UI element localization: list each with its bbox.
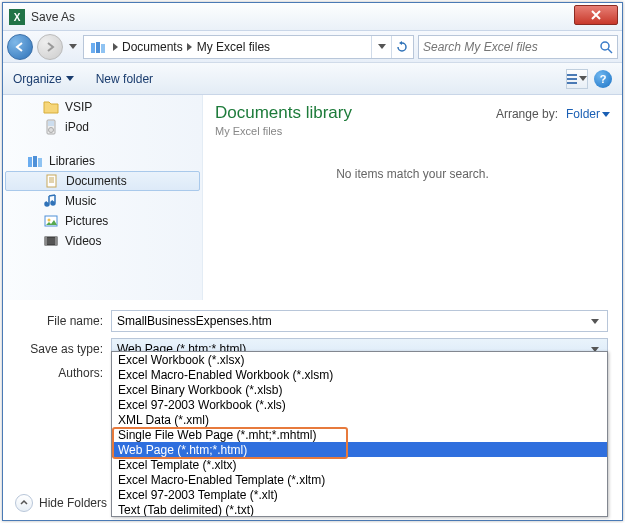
svg-rect-2 <box>91 43 95 53</box>
folder-icon <box>43 99 59 115</box>
filename-value[interactable]: SmallBusinessExpenses.htm <box>117 314 588 328</box>
content-subheading: My Excel files <box>215 125 352 137</box>
dropdown-item[interactable]: Excel 97-2003 Template (*.xlt) <box>112 487 607 502</box>
close-icon <box>591 10 601 20</box>
arrange-button[interactable]: Folder <box>566 107 610 121</box>
dropdown-item[interactable]: Excel Macro-Enabled Template (*.xltm) <box>112 472 607 487</box>
svg-rect-15 <box>47 175 56 187</box>
svg-text:X: X <box>14 12 21 23</box>
tree-item-documents[interactable]: Documents <box>5 171 200 191</box>
svg-rect-22 <box>55 237 57 245</box>
authors-label: Authors: <box>17 366 111 380</box>
address-bar[interactable]: Documents My Excel files <box>83 35 414 59</box>
dropdown-item[interactable]: Web Page (*.htm;*.html) <box>112 442 607 457</box>
libraries-icon <box>27 153 43 169</box>
dropdown-item[interactable]: Single File Web Page (*.mht;*.mhtml) <box>112 427 607 442</box>
forward-button[interactable] <box>37 34 63 60</box>
dropdown-item[interactable]: Excel 97-2003 Workbook (*.xls) <box>112 397 607 412</box>
footer: Hide Folders <box>15 494 107 512</box>
dropdown-item[interactable]: Excel Template (*.xltx) <box>112 457 607 472</box>
refresh-icon <box>396 41 408 53</box>
svg-rect-21 <box>45 237 47 245</box>
svg-point-16 <box>45 202 49 206</box>
new-folder-button[interactable]: New folder <box>96 72 153 86</box>
tree-item-videos[interactable]: Videos <box>3 231 202 251</box>
svg-rect-13 <box>33 156 37 167</box>
refresh-button[interactable] <box>391 36 411 58</box>
dropdown-item[interactable]: Excel Macro-Enabled Workbook (*.xlsm) <box>112 367 607 382</box>
svg-point-19 <box>48 219 51 222</box>
view-button[interactable] <box>566 69 588 89</box>
empty-message: No items match your search. <box>215 167 610 181</box>
svg-rect-14 <box>38 158 42 167</box>
svg-rect-7 <box>567 78 577 80</box>
music-icon <box>43 193 59 209</box>
organize-button[interactable]: Organize <box>13 72 74 86</box>
search-box[interactable] <box>418 35 618 59</box>
ipod-icon <box>43 119 59 135</box>
excel-icon: X <box>9 9 25 25</box>
nav-history-button[interactable] <box>67 37 79 57</box>
save-as-dialog: X Save As Documents My Excel files Organ… <box>2 2 623 521</box>
nav-tree: VSIP iPod Libraries Documents Music <box>3 95 203 300</box>
chevron-up-icon <box>20 499 28 507</box>
svg-rect-6 <box>567 74 577 76</box>
svg-rect-10 <box>48 121 54 126</box>
view-icon <box>567 74 577 84</box>
svg-rect-3 <box>96 42 100 53</box>
nav-bar: Documents My Excel files <box>3 31 622 63</box>
chevron-right-icon[interactable] <box>110 43 120 51</box>
libraries-icon <box>90 39 106 55</box>
tree-item[interactable]: iPod <box>3 117 202 137</box>
toolbar: Organize New folder ? <box>3 63 622 95</box>
videos-icon <box>43 233 59 249</box>
tree-item[interactable]: VSIP <box>3 97 202 117</box>
pictures-icon <box>43 213 59 229</box>
tree-libraries[interactable]: Libraries <box>3 151 202 171</box>
hide-folders-label[interactable]: Hide Folders <box>39 496 107 510</box>
back-button[interactable] <box>7 34 33 60</box>
svg-point-11 <box>49 128 54 133</box>
search-input[interactable] <box>423 40 599 54</box>
svg-rect-8 <box>567 82 577 84</box>
dropdown-item[interactable]: Text (Tab delimited) (*.txt) <box>112 502 607 517</box>
svg-rect-12 <box>28 157 32 167</box>
documents-icon <box>44 173 60 189</box>
content-heading: Documents library <box>215 103 352 123</box>
chevron-right-icon[interactable] <box>185 43 195 51</box>
hide-folders-button[interactable] <box>15 494 33 512</box>
tree-item-pictures[interactable]: Pictures <box>3 211 202 231</box>
chevron-down-icon[interactable] <box>588 319 602 324</box>
arrow-right-icon <box>44 41 56 53</box>
window-title: Save As <box>31 10 75 24</box>
search-icon <box>599 40 613 54</box>
content-pane: Documents library My Excel files Arrange… <box>203 95 622 300</box>
dropdown-item[interactable]: XML Data (*.xml) <box>112 412 607 427</box>
svg-point-17 <box>51 201 55 205</box>
help-button[interactable]: ? <box>594 70 612 88</box>
svg-rect-4 <box>101 44 105 53</box>
breadcrumb-item[interactable]: My Excel files <box>195 40 272 54</box>
tree-item-music[interactable]: Music <box>3 191 202 211</box>
svg-point-5 <box>601 42 609 50</box>
breadcrumb-item[interactable]: Documents <box>120 40 185 54</box>
address-dropdown-button[interactable] <box>371 36 391 58</box>
arrange-label: Arrange by: <box>496 107 558 121</box>
filename-field[interactable]: SmallBusinessExpenses.htm <box>111 310 608 332</box>
arrow-left-icon <box>14 41 26 53</box>
dropdown-item[interactable]: Excel Binary Workbook (*.xlsb) <box>112 382 607 397</box>
filename-label: File name: <box>17 314 111 328</box>
dropdown-item[interactable]: Excel Workbook (*.xlsx) <box>112 352 607 367</box>
close-button[interactable] <box>574 5 618 25</box>
type-label: Save as type: <box>17 342 111 356</box>
title-bar: X Save As <box>3 3 622 31</box>
type-dropdown[interactable]: Excel Workbook (*.xlsx)Excel Macro-Enabl… <box>111 351 608 517</box>
